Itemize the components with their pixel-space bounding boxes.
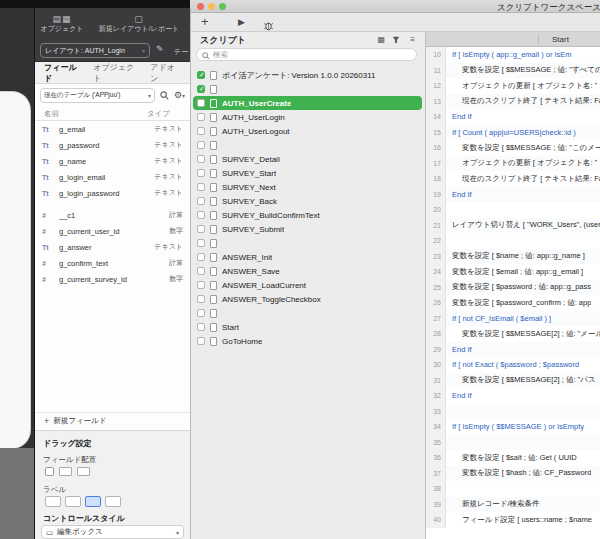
script-step-row[interactable]: 16変数を設定 [ $$MESSAGE ; 値: "このメー bbox=[426, 140, 600, 156]
tab-objects[interactable]: オブジェクト bbox=[93, 62, 139, 84]
script-step-row[interactable]: 14End If bbox=[426, 109, 600, 125]
script-list-item[interactable] bbox=[193, 306, 422, 320]
field-placement-checkbox[interactable] bbox=[45, 467, 54, 476]
checkbox-checked-icon[interactable] bbox=[197, 85, 205, 93]
script-list-item[interactable]: ANSWER_Save bbox=[193, 264, 422, 278]
script-include-checkbox[interactable] bbox=[197, 169, 205, 177]
script-include-checkbox[interactable] bbox=[197, 253, 205, 261]
field-row[interactable]: #g_confirm_text計算 bbox=[35, 255, 190, 271]
script-include-checkbox[interactable] bbox=[197, 295, 205, 303]
script-list-item[interactable]: AUTH_UserCreate bbox=[193, 96, 422, 110]
script-include-checkbox[interactable] bbox=[197, 113, 205, 121]
script-list-item[interactable]: ポイ活アンケート: Version 1.0.0 20260311 bbox=[193, 68, 422, 82]
field-row[interactable]: Ttg_nameテキスト bbox=[35, 153, 190, 169]
run-script-button[interactable]: ▶ bbox=[238, 17, 245, 27]
editor-tab-start[interactable]: Start bbox=[552, 35, 569, 44]
objects-button[interactable]: ▤▦ オブジェクト bbox=[37, 15, 87, 33]
script-list-item[interactable]: AUTH_UserLogin bbox=[193, 110, 422, 124]
script-include-checkbox[interactable] bbox=[197, 309, 205, 317]
script-include-checkbox[interactable] bbox=[197, 323, 205, 331]
script-list-item[interactable] bbox=[193, 236, 422, 250]
tab-fields[interactable]: フィールド bbox=[44, 62, 82, 84]
script-step-row[interactable]: 26変数を設定 [ $password_confirm ; 値: app bbox=[426, 295, 600, 311]
script-include-checkbox[interactable] bbox=[197, 267, 205, 275]
script-include-checkbox[interactable] bbox=[197, 239, 205, 247]
new-layout-report-button[interactable]: ▢ 新規レイアウト/レポート bbox=[91, 15, 187, 33]
script-include-checkbox[interactable] bbox=[197, 281, 205, 289]
script-step-row[interactable]: 28変数を設定 [ $$MESSAGE[2] ; 値: "メール bbox=[426, 326, 600, 342]
script-step-row[interactable]: 13現在のスクリプト終了 [ テキスト結果: Fa bbox=[426, 94, 600, 110]
zoom-button[interactable] bbox=[219, 3, 226, 10]
script-list-item[interactable]: GoToHome bbox=[193, 334, 422, 348]
field-row[interactable]: Ttg_emailテキスト bbox=[35, 121, 190, 137]
script-step-row[interactable]: 39新規レコード/検索条件 bbox=[426, 497, 600, 513]
script-step-row[interactable]: 29End If bbox=[426, 342, 600, 358]
script-step-row[interactable]: 15If [ Count ( app|ui=USERS|check::id ) bbox=[426, 125, 600, 141]
label-position-option[interactable] bbox=[45, 496, 61, 507]
layout-selector[interactable]: レイアウト: AUTH_Login ▾ bbox=[40, 43, 150, 58]
script-include-checkbox[interactable] bbox=[197, 211, 205, 219]
script-step-row[interactable]: 12オブジェクトの更新 [ オブジェクト名: " bbox=[426, 78, 600, 94]
label-position-option[interactable] bbox=[105, 496, 121, 507]
script-include-checkbox[interactable] bbox=[197, 197, 205, 205]
script-step-row[interactable]: 19End If bbox=[426, 187, 600, 203]
script-step-row[interactable]: 20 bbox=[426, 202, 600, 218]
field-row[interactable]: #g_current_user_id数字 bbox=[35, 223, 190, 239]
script-step-row[interactable]: 18現在のスクリプト終了 [ テキスト結果: Fa bbox=[426, 171, 600, 187]
script-step-row[interactable]: 34If [ IsEmpty ( $$MESSAGE ) or IsEmpty bbox=[426, 419, 600, 435]
script-step-row[interactable]: 21レイアウト切り替え [ "WORK_Users", (user bbox=[426, 218, 600, 234]
script-step-row[interactable]: 17オブジェクトの更新 [ オブジェクト名: " bbox=[426, 156, 600, 172]
field-search-button[interactable] bbox=[160, 91, 169, 100]
script-step-row[interactable]: 27If [ not CF_IsEmail ( $email ) ] bbox=[426, 311, 600, 327]
field-placement-option[interactable] bbox=[59, 467, 72, 476]
script-list-item[interactable]: SURVEY_Back bbox=[193, 194, 422, 208]
script-list-item[interactable]: ANSWER_LoadCurrent bbox=[193, 278, 422, 292]
script-list-item[interactable]: Start bbox=[193, 320, 422, 334]
field-row[interactable]: #__c1計算 bbox=[35, 207, 190, 223]
script-list-item[interactable]: ANSWER_ToggleCheckbox bbox=[193, 292, 422, 306]
script-list-item[interactable]: SURVEY_Detail bbox=[193, 152, 422, 166]
script-list-item[interactable]: AUTH_UserLogout bbox=[193, 124, 422, 138]
script-include-checkbox[interactable] bbox=[197, 127, 205, 135]
filter-icon[interactable] bbox=[392, 36, 400, 46]
script-include-checkbox[interactable] bbox=[197, 155, 205, 163]
script-list-item[interactable]: SURVEY_Start bbox=[193, 166, 422, 180]
label-position-option[interactable] bbox=[65, 496, 81, 507]
script-list-item[interactable] bbox=[193, 82, 422, 96]
script-step-row[interactable]: 25変数を設定 [ $password ; 値: app::g_pass bbox=[426, 280, 600, 296]
list-view-icon[interactable]: ≡ bbox=[410, 35, 415, 44]
script-include-checkbox[interactable] bbox=[197, 225, 205, 233]
script-include-checkbox[interactable] bbox=[197, 337, 205, 345]
script-step-row[interactable]: 40フィールド設定 [ users::name ; $name bbox=[426, 512, 600, 528]
script-step-row[interactable]: 35 bbox=[426, 435, 600, 451]
edit-layout-button[interactable]: ✎ bbox=[156, 44, 164, 54]
field-row[interactable]: Ttg_passwordテキスト bbox=[35, 137, 190, 153]
script-include-checkbox[interactable] bbox=[197, 141, 205, 149]
field-placement-option[interactable] bbox=[77, 467, 90, 476]
script-step-row[interactable]: 24変数を設定 [ $email ; 値: app::g_email ] bbox=[426, 264, 600, 280]
field-row[interactable]: Ttg_answerテキスト bbox=[35, 239, 190, 255]
minimize-button[interactable] bbox=[208, 3, 215, 10]
script-list-item[interactable]: SURVEY_Next bbox=[193, 180, 422, 194]
close-button[interactable] bbox=[197, 3, 204, 10]
script-list-item[interactable]: SURVEY_BuildConfirmText bbox=[193, 208, 422, 222]
script-step-row[interactable]: 33 bbox=[426, 404, 600, 420]
script-search-input[interactable] bbox=[213, 50, 411, 59]
script-list-item[interactable]: SURVEY_Submit bbox=[193, 222, 422, 236]
window-titlebar[interactable]: スクリプトワークスペース (s bbox=[190, 0, 600, 13]
field-row[interactable]: Ttg_login_passwordテキスト bbox=[35, 185, 190, 201]
script-step-row[interactable]: 31変数を設定 [ $$MESSAGE[2] ; 値: "パス bbox=[426, 373, 600, 389]
script-list-item[interactable] bbox=[193, 138, 422, 152]
checkbox-checked-icon[interactable] bbox=[197, 71, 205, 79]
field-row[interactable]: #g_current_survey_id数字 bbox=[35, 271, 190, 287]
script-step-row[interactable]: 32End If bbox=[426, 388, 600, 404]
label-position-option-selected[interactable] bbox=[85, 496, 101, 507]
script-step-row[interactable]: 37変数を設定 [ $hash ; 値: CF_Password bbox=[426, 466, 600, 482]
script-search-field[interactable] bbox=[196, 48, 417, 61]
script-step-row[interactable]: 10If [ IsEmpty ( app::g_email ) or IsEm bbox=[426, 47, 600, 63]
script-include-checkbox[interactable] bbox=[197, 183, 205, 191]
script-step-row[interactable]: 22 bbox=[426, 233, 600, 249]
control-style-dropdown[interactable]: ▭ 編集ボックス ▾ bbox=[41, 525, 184, 539]
field-options-button[interactable]: ⚙▾ bbox=[174, 90, 185, 100]
column-header-type[interactable]: タイプ bbox=[147, 109, 170, 119]
